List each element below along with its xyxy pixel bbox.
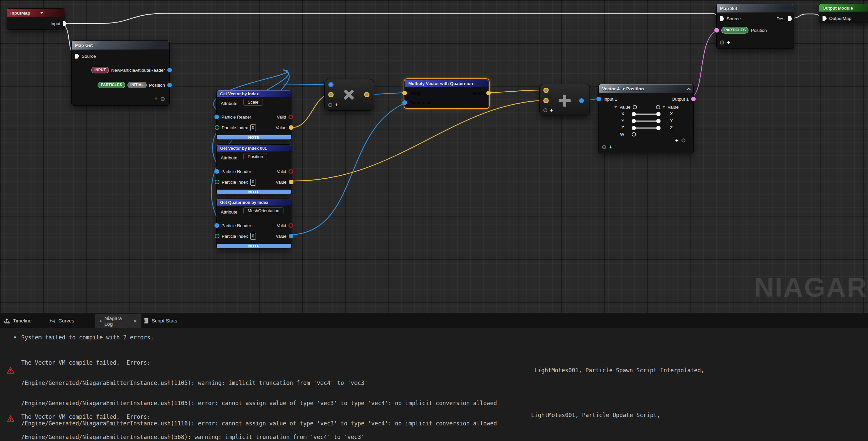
index-input-pin[interactable]: [215, 125, 219, 130]
output1-pin[interactable]: [691, 97, 696, 101]
vector-output-pin[interactable]: [486, 91, 491, 95]
add-input-pin-icon[interactable]: [544, 108, 547, 112]
value-output-pin[interactable]: [289, 180, 293, 184]
wire-quaternion-to-mvq[interactable]: [292, 102, 407, 235]
note-bar[interactable]: NOTE: [217, 244, 291, 248]
exec-output-pin[interactable]: [788, 16, 792, 21]
attribute-value-field[interactable]: Scale: [243, 99, 263, 106]
quaternion-input-pin[interactable]: [402, 100, 407, 105]
add-pin-icon[interactable]: +: [727, 40, 730, 45]
tab-curves[interactable]: Curves: [50, 313, 74, 328]
exec-input-pin[interactable]: [823, 16, 827, 21]
wire-scale-to-multiply[interactable]: [292, 95, 328, 127]
component-link: [634, 127, 658, 128]
exec-output-pin[interactable]: [63, 21, 67, 26]
component-link: [634, 114, 658, 115]
tab-niagara-log[interactable]: Niagara Log ×: [95, 314, 142, 328]
node-header[interactable]: Vector 4 -> Position: [599, 84, 693, 93]
add-pin-icon[interactable]: +: [675, 138, 679, 143]
index-value-field[interactable]: 0: [250, 179, 256, 186]
node-header[interactable]: Get Quaternion by Index: [217, 199, 291, 206]
orphan-pin-icon[interactable]: [720, 40, 724, 45]
node-header[interactable]: Get Vector by Index 001: [217, 145, 291, 152]
tab-timeline[interactable]: Timeline: [4, 313, 32, 328]
multiply-input-a-pin[interactable]: [328, 82, 334, 87]
pin-row-dest: Dest: [776, 15, 792, 22]
value-output-pin[interactable]: [289, 234, 293, 238]
close-tab-icon[interactable]: ×: [133, 319, 137, 324]
node-header[interactable]: Multiply Vector with Quaternion: [405, 80, 488, 87]
component-dot[interactable]: [656, 119, 660, 123]
value-in-pin[interactable]: [633, 105, 637, 109]
node-header[interactable]: InputMap: [7, 9, 65, 17]
node-output-module[interactable]: Output Module OutputMap: [819, 4, 868, 23]
expander-icon[interactable]: [662, 106, 665, 108]
node-get-vector-by-index[interactable]: Get Vector by Index Attribute Scale Part…: [216, 90, 291, 140]
node-vector4-to-position[interactable]: Vector 4 -> Position Input 1 Output 1 Va…: [598, 84, 694, 153]
orphan-pin-icon[interactable]: [161, 97, 165, 101]
node-header[interactable]: Get Vector by Index: [217, 90, 291, 97]
add-pin-icon[interactable]: +: [335, 102, 338, 107]
component-pin-w[interactable]: [632, 132, 636, 137]
valid-output-pin[interactable]: [288, 223, 293, 228]
note-bar[interactable]: NOTE: [217, 135, 291, 140]
node-map-set[interactable]: Map Set Source Dest PARTICLES Position +: [716, 4, 794, 49]
index-input-pin[interactable]: [215, 180, 219, 184]
node-header[interactable]: Map Get: [72, 41, 169, 50]
index-value-field[interactable]: 0: [250, 233, 256, 240]
index-input-pin[interactable]: [215, 234, 219, 238]
index-value-field[interactable]: 0: [250, 124, 256, 131]
tab-script-stats[interactable]: Script Stats: [144, 313, 177, 328]
exec-input-pin[interactable]: [75, 54, 79, 59]
component-label: Y: [670, 118, 673, 123]
add-input-pin-icon[interactable]: [328, 103, 332, 107]
position-output-pin[interactable]: [167, 83, 172, 87]
valid-output-pin[interactable]: [288, 115, 293, 119]
wire-exec-mapset-to-output[interactable]: [792, 14, 822, 18]
wire-exec-inputmap-to-mapset[interactable]: [62, 13, 719, 24]
node-add[interactable]: +: [539, 84, 590, 116]
node-multiply-vector-with-quaternion[interactable]: Multiply Vector with Quaternion Vector V…: [404, 78, 490, 109]
node-multiply[interactable]: +: [324, 79, 374, 111]
component-dot[interactable]: [656, 112, 660, 116]
attribute-value-field[interactable]: Position: [243, 153, 267, 160]
valid-output-pin[interactable]: [288, 169, 293, 174]
node-header[interactable]: Output Module: [819, 4, 868, 12]
orphan-pin-icon[interactable]: [681, 139, 685, 143]
expander-icon[interactable]: [614, 106, 617, 108]
add-pin-icon[interactable]: +: [609, 145, 612, 149]
add-pin-icon[interactable]: +: [154, 97, 158, 101]
wire-position-to-multiply[interactable]: [283, 84, 328, 84]
add-input-a-pin[interactable]: [544, 88, 549, 93]
wire-position-value-to-add[interactable]: [292, 100, 544, 181]
reader-input-pin[interactable]: [214, 169, 219, 174]
node-get-vector-by-index-001[interactable]: Get Vector by Index 001 Attribute Positi…: [216, 144, 291, 194]
node-map-get[interactable]: Map Get Source INPUT NewParticleAttibute…: [71, 40, 169, 106]
object-output-pin[interactable]: [167, 68, 172, 72]
dropdown-caret-icon[interactable]: [40, 12, 43, 14]
add-output-pin[interactable]: [579, 98, 584, 103]
node-header[interactable]: Map Set: [717, 4, 794, 12]
exec-input-pin[interactable]: [720, 16, 724, 21]
node-input-map[interactable]: InputMap Input: [7, 8, 65, 30]
multiply-input-b-pin[interactable]: [328, 92, 334, 97]
reader-input-pin[interactable]: [214, 223, 219, 228]
add-pin-icon[interactable]: +: [550, 108, 553, 113]
attribute-value-field[interactable]: MeshOrientation: [243, 207, 283, 214]
wire-mvq-to-add[interactable]: [483, 90, 544, 93]
note-bar[interactable]: NOTE: [217, 189, 291, 194]
node-graph-canvas[interactable]: InputMap Input Map Get Source INPUT NewP…: [0, 0, 868, 313]
collapse-chevron-icon[interactable]: [686, 88, 691, 92]
component-dot[interactable]: [656, 126, 660, 130]
orphan-pin-icon[interactable]: [602, 145, 606, 149]
value-out-pin[interactable]: [656, 105, 660, 109]
reader-input-pin[interactable]: [214, 115, 219, 119]
node-get-quaternion-by-index[interactable]: Get Quaternion by Index Attribute MeshOr…: [216, 199, 291, 248]
input1-pin[interactable]: [596, 97, 601, 101]
multiply-output-pin[interactable]: [364, 92, 369, 97]
wire-multiply-to-mvq-vector[interactable]: [369, 93, 407, 94]
add-input-b-pin[interactable]: [544, 98, 549, 103]
position-input-pin[interactable]: [714, 28, 719, 33]
vector-input-pin[interactable]: [402, 91, 407, 95]
value-output-pin[interactable]: [289, 125, 293, 130]
